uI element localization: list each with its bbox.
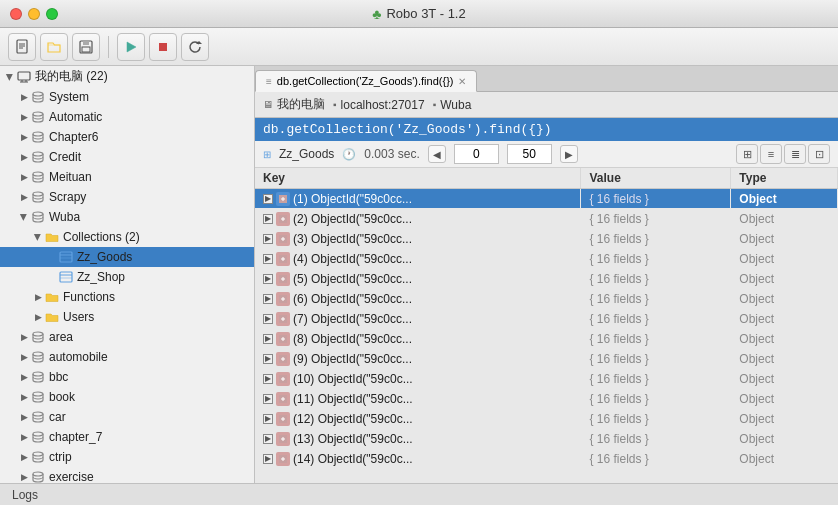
svg-point-28 (33, 352, 43, 356)
tree-arrow: ▶ (18, 391, 30, 403)
table-row[interactable]: ▶(2) ObjectId("59c0cc...{ 16 fields }Obj… (255, 209, 838, 229)
row-expander[interactable]: ▶ (263, 394, 273, 404)
row-expander[interactable]: ▶ (263, 194, 273, 204)
table-header-row: Key Value Type (255, 168, 838, 189)
sidebar-item-bbc[interactable]: ▶bbc (0, 367, 254, 387)
sidebar-item-label: chapter_7 (49, 430, 102, 444)
table-row[interactable]: ▶(7) ObjectId("59c0cc...{ 16 fields }Obj… (255, 309, 838, 329)
row-expander[interactable]: ▶ (263, 314, 273, 324)
svg-point-18 (33, 172, 43, 176)
row-expander[interactable]: ▶ (263, 414, 273, 424)
sidebar-item-chapter7[interactable]: ▶chapter_7 (0, 427, 254, 447)
table-cell-value: { 16 fields } (581, 229, 731, 249)
row-key-text: (12) ObjectId("59c0c... (293, 412, 413, 426)
sidebar-item-system[interactable]: ▶System (0, 87, 254, 107)
open-button[interactable] (40, 33, 68, 61)
text-view-button[interactable]: ≣ (784, 144, 806, 164)
page-number-input[interactable] (454, 144, 499, 164)
table-cell-key: ▶(13) ObjectId("59c0c... (255, 429, 581, 449)
row-key-text: (4) ObjectId("59c0cc... (293, 252, 412, 266)
sidebar-item-exercise[interactable]: ▶exercise (0, 467, 254, 483)
row-expander[interactable]: ▶ (263, 294, 273, 304)
row-key-text: (13) ObjectId("59c0c... (293, 432, 413, 446)
tree-arrow: ▶ (18, 431, 30, 443)
refresh-button[interactable] (181, 33, 209, 61)
row-type-icon (276, 332, 290, 346)
sidebar-item-wuba[interactable]: ▶Wuba (0, 207, 254, 227)
table-row[interactable]: ▶(10) ObjectId("59c0c...{ 16 fields }Obj… (255, 369, 838, 389)
row-expander[interactable]: ▶ (263, 354, 273, 364)
table-row[interactable]: ▶(11) ObjectId("59c0c...{ 16 fields }Obj… (255, 389, 838, 409)
tab-close-button[interactable]: ✕ (458, 76, 466, 87)
close-button[interactable] (10, 8, 22, 20)
tree-arrow: ▶ (18, 151, 30, 163)
sidebar-item-area[interactable]: ▶area (0, 327, 254, 347)
table-cell-value: { 16 fields } (581, 249, 731, 269)
sidebar-item-automobile[interactable]: ▶automobile (0, 347, 254, 367)
next-page-button[interactable]: ▶ (560, 145, 578, 163)
sidebar-item-label: Automatic (49, 110, 102, 124)
table-cell-value: { 16 fields } (581, 449, 731, 469)
save-button[interactable] (72, 33, 100, 61)
table-row[interactable]: ▶(14) ObjectId("59c0c...{ 16 fields }Obj… (255, 449, 838, 469)
row-key-text: (14) ObjectId("59c0c... (293, 452, 413, 466)
sidebar-item-credit[interactable]: ▶Credit (0, 147, 254, 167)
table-row[interactable]: ▶(6) ObjectId("59c0cc...{ 16 fields }Obj… (255, 289, 838, 309)
row-expander[interactable]: ▶ (263, 434, 273, 444)
table-row[interactable]: ▶(12) ObjectId("59c0c...{ 16 fields }Obj… (255, 409, 838, 429)
row-expander[interactable]: ▶ (263, 234, 273, 244)
svg-rect-24 (60, 272, 72, 282)
collection-icon (58, 269, 74, 285)
sidebar-item-book[interactable]: ▶book (0, 387, 254, 407)
table-cell-key: ▶(3) ObjectId("59c0cc... (255, 229, 581, 249)
row-expander[interactable]: ▶ (263, 454, 273, 464)
sidebar: ▶我的电脑 (22)▶System▶Automatic▶Chapter6▶Cre… (0, 66, 255, 483)
query-input[interactable] (263, 122, 830, 137)
table-row[interactable]: ▶(1) ObjectId("59c0cc...{ 16 fields }Obj… (255, 189, 838, 209)
sidebar-item-chapter6[interactable]: ▶Chapter6 (0, 127, 254, 147)
new-button[interactable] (8, 33, 36, 61)
sidebar-item-mypc[interactable]: ▶我的电脑 (22) (0, 66, 254, 87)
sidebar-item-zzshop[interactable]: ▶Zz_Shop (0, 267, 254, 287)
sidebar-item-automatic[interactable]: ▶Automatic (0, 107, 254, 127)
table-row[interactable]: ▶(3) ObjectId("59c0cc...{ 16 fields }Obj… (255, 229, 838, 249)
logs-bar[interactable]: Logs (0, 483, 838, 505)
active-tab[interactable]: ≡ db.getCollection('Zz_Goods').find({}) … (255, 70, 477, 92)
sidebar-item-scrapy[interactable]: ▶Scrapy (0, 187, 254, 207)
table-row[interactable]: ▶(13) ObjectId("59c0c...{ 16 fields }Obj… (255, 429, 838, 449)
sidebar-item-ctrip[interactable]: ▶ctrip (0, 447, 254, 467)
table-view-button[interactable]: ⊞ (736, 144, 758, 164)
row-expander[interactable]: ▶ (263, 254, 273, 264)
row-expander[interactable]: ▶ (263, 334, 273, 344)
table-row[interactable]: ▶(9) ObjectId("59c0cc...{ 16 fields }Obj… (255, 349, 838, 369)
sidebar-item-car[interactable]: ▶car (0, 407, 254, 427)
row-expander[interactable]: ▶ (263, 374, 273, 384)
sidebar-item-functions[interactable]: ▶Functions (0, 287, 254, 307)
table-row[interactable]: ▶(5) ObjectId("59c0cc...{ 16 fields }Obj… (255, 269, 838, 289)
page-size-input[interactable] (507, 144, 552, 164)
prev-page-button[interactable]: ◀ (428, 145, 446, 163)
sidebar-item-users[interactable]: ▶Users (0, 307, 254, 327)
main-layout: ▶我的电脑 (22)▶System▶Automatic▶Chapter6▶Cre… (0, 66, 838, 483)
row-type-icon (276, 392, 290, 406)
table-row[interactable]: ▶(8) ObjectId("59c0cc...{ 16 fields }Obj… (255, 329, 838, 349)
table-cell-type: Object (731, 389, 838, 409)
maximize-button[interactable] (46, 8, 58, 20)
stop-button[interactable] (149, 33, 177, 61)
tree-view-button[interactable]: ≡ (760, 144, 782, 164)
row-expander[interactable]: ▶ (263, 274, 273, 284)
row-expander[interactable]: ▶ (263, 214, 273, 224)
minimize-button[interactable] (28, 8, 40, 20)
breadcrumb-db-item: ▪ Wuba (433, 98, 472, 112)
sidebar-item-zzgoods[interactable]: ▶Zz_Goods (0, 247, 254, 267)
sidebar-item-meituan[interactable]: ▶Meituan (0, 167, 254, 187)
table-cell-value: { 16 fields } (581, 349, 731, 369)
svg-point-17 (33, 152, 43, 156)
table-row[interactable]: ▶(4) ObjectId("59c0cc...{ 16 fields }Obj… (255, 249, 838, 269)
db-icon (30, 89, 46, 105)
table-cell-type: Object (731, 309, 838, 329)
row-type-icon (276, 292, 290, 306)
sidebar-item-collections[interactable]: ▶Collections (2) (0, 227, 254, 247)
run-button[interactable] (117, 33, 145, 61)
custom-view-button[interactable]: ⊡ (808, 144, 830, 164)
